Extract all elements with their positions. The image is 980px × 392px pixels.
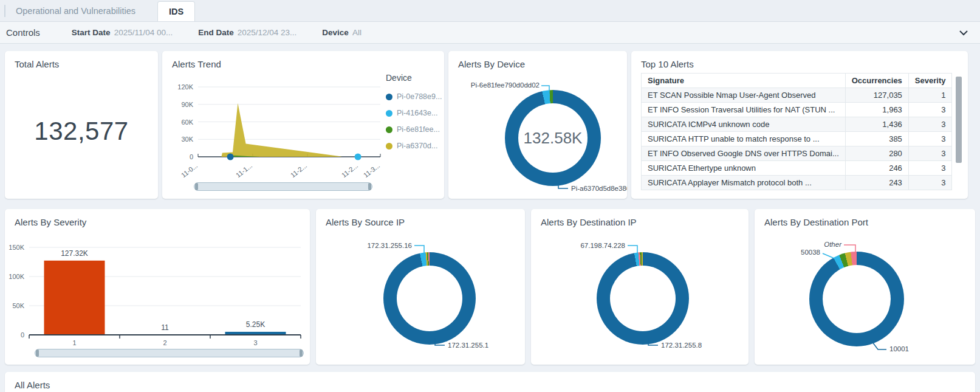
end-date-value[interactable]: 2025/12/04 23... — [238, 28, 297, 37]
tab-label: IDS — [169, 7, 183, 16]
donut-callout-label: 67.198.74.228 — [537, 242, 625, 249]
donut-center-value: 132.58K — [505, 90, 601, 186]
svg-text:1: 1 — [72, 339, 76, 346]
severity-cell: 3 — [908, 161, 952, 176]
controls-bar: Controls Start Date 2025/11/04 00... End… — [0, 22, 980, 44]
device-value[interactable]: All — [352, 28, 362, 37]
svg-text:11-2...: 11-2... — [289, 162, 308, 179]
dashboard-body: Total Alerts 132,577 Alerts Trend 030K60… — [0, 44, 980, 392]
signature-cell: ET INFO Session Traversal Utilities for … — [642, 103, 846, 117]
occurrences-cell: 246 — [845, 161, 908, 176]
severity-cell: 3 — [908, 103, 952, 117]
donut-hole — [610, 266, 676, 331]
legend-label: Pi-0e788e9... — [397, 92, 442, 101]
dashboard-tab-bar: Operational and Vulnerabilities IDS — [0, 0, 980, 22]
tab-ids[interactable]: IDS — [157, 1, 195, 21]
table-header-row: SignatureOccurrenciesSeverity — [642, 74, 952, 88]
legend-swatch-icon — [386, 94, 392, 100]
start-date-control[interactable]: Start Date 2025/11/04 00... — [72, 28, 173, 37]
slider-handle-right[interactable] — [368, 183, 371, 190]
legend-item[interactable]: Pi-0e788e9... — [386, 92, 442, 101]
donut-callout-label: 172.31.255.16 — [324, 242, 412, 249]
panel-total-alerts: Total Alerts 132,577 — [5, 51, 158, 199]
tab-operational-and-vulnerabilities[interactable]: Operational and Vulnerabilities — [9, 0, 143, 21]
severity-cell: 1 — [908, 88, 952, 103]
device-control[interactable]: Device All — [322, 28, 362, 37]
svg-text:50K: 50K — [12, 302, 24, 309]
end-date-control[interactable]: End Date 2025/12/04 23... — [198, 28, 296, 37]
svg-text:127.32K: 127.32K — [61, 249, 88, 258]
severity-cell: 3 — [908, 146, 952, 161]
signature-cell: ET SCAN Possible Nmap User-Agent Observe… — [642, 88, 846, 103]
panel-title: Alerts By Destination Port — [764, 217, 868, 227]
legend-item[interactable]: Pi-41643e... — [386, 109, 442, 117]
severity-cell: 3 — [908, 176, 952, 190]
donut-callout-label: 172.31.255.8 — [661, 342, 702, 349]
occurrences-cell: 280 — [845, 146, 908, 161]
occurrences-cell: 243 — [845, 176, 908, 190]
chevron-down-icon[interactable] — [958, 28, 969, 38]
table-row[interactable]: SURICATA HTTP unable to match response t… — [642, 132, 952, 146]
legend-swatch-icon — [386, 143, 392, 150]
donut-callout-label: 10001 — [889, 345, 909, 352]
panel-alerts-by-device: Alerts By Device 132.58K Pi-6e81fee790d0… — [448, 51, 627, 199]
severity-cell: 3 — [908, 132, 952, 146]
panel-alerts-by-severity: Alerts By Severity 050K100K150K127.32K11… — [5, 209, 310, 365]
column-header-occurrencies[interactable]: Occurrencies — [845, 74, 908, 88]
occurrences-cell: 385 — [845, 132, 908, 146]
slider-handle-right[interactable] — [300, 349, 303, 357]
occurrences-cell: 1,436 — [845, 117, 908, 132]
donut-hole — [823, 265, 891, 333]
svg-text:3: 3 — [253, 339, 257, 346]
signature-cell: SURICATA ICMPv4 unknown code — [642, 117, 846, 132]
end-date-label: End Date — [198, 28, 234, 37]
table-row[interactable]: SURICATA Applayer Mismatch protocol both… — [642, 176, 952, 190]
table-scrollbar[interactable] — [956, 77, 962, 163]
svg-text:150K: 150K — [9, 244, 24, 251]
legend-swatch-icon — [386, 126, 392, 133]
donut-callout-label: Pi-a6370d5d8e386ddd — [571, 185, 627, 192]
table-row[interactable]: SURICATA ICMPv4 unknown code1,4363 — [642, 117, 952, 132]
table-row[interactable]: ET SCAN Possible Nmap User-Agent Observe… — [642, 88, 952, 103]
occurrences-cell: 1,963 — [845, 103, 908, 117]
panel-title: Alerts By Source IP — [326, 217, 405, 227]
table-row[interactable]: SURICATA Ethertype unknown2463 — [642, 161, 952, 176]
trend-legend: Device Pi-0e788e9...Pi-41643e...Pi-6e81f… — [386, 73, 442, 158]
panel-all-alerts: All Alerts — [5, 372, 975, 392]
bar-severity-1[interactable] — [44, 261, 105, 335]
table-row[interactable]: ET INFO Session Traversal Utilities for … — [642, 103, 952, 117]
slider-handle-left[interactable] — [195, 183, 198, 190]
start-date-value[interactable]: 2025/11/04 00... — [114, 28, 173, 37]
svg-text:0: 0 — [21, 331, 24, 339]
svg-text:5.25K: 5.25K — [246, 320, 265, 329]
top-10-alerts-table: SignatureOccurrenciesSeverity ET SCAN Po… — [641, 73, 952, 190]
total-alerts-value: 132,577 — [5, 117, 158, 146]
panel-title: Total Alerts — [15, 59, 59, 69]
occurrences-cell: 127,035 — [845, 88, 908, 103]
slider-handle-left[interactable] — [36, 349, 39, 357]
panel-alerts-by-source-ip: Alerts By Source IP 172.31.255.16 172.31… — [316, 209, 525, 365]
legend-item[interactable]: Pi-6e81fee... — [386, 125, 442, 134]
svg-text:120K: 120K — [177, 83, 193, 91]
table-row[interactable]: ET INFO Observed Google DNS over HTTPS D… — [642, 146, 952, 161]
svg-text:2: 2 — [163, 339, 166, 346]
legend-label: Pi-a6370d... — [397, 142, 437, 150]
signature-cell: ET INFO Observed Google DNS over HTTPS D… — [642, 146, 846, 161]
legend-title: Device — [386, 73, 442, 83]
signature-cell: SURICATA Ethertype unknown — [642, 161, 846, 176]
severity-range-slider[interactable] — [35, 349, 304, 357]
alerts-by-severity-chart[interactable]: 050K100K150K127.32K11125.25K3 — [5, 209, 310, 365]
svg-text:100K: 100K — [9, 273, 24, 280]
panel-top-10-alerts: Top 10 Alerts SignatureOccurrenciesSever… — [631, 51, 968, 199]
svg-text:11: 11 — [161, 323, 169, 332]
donut-callout-label: Pi-6e81fee790d0dd02 — [454, 81, 540, 89]
donut-callout-label: 172.31.255.1 — [448, 342, 488, 349]
column-header-signature[interactable]: Signature — [642, 74, 846, 88]
trend-range-slider[interactable] — [194, 182, 372, 191]
column-header-severity[interactable]: Severity — [908, 74, 952, 88]
svg-text:60K: 60K — [181, 119, 193, 126]
controls-title: Controls — [6, 27, 40, 38]
donut-callout-label: 50038 — [778, 249, 820, 256]
legend-item[interactable]: Pi-a6370d... — [386, 142, 442, 150]
signature-cell: SURICATA HTTP unable to match response t… — [642, 132, 846, 146]
